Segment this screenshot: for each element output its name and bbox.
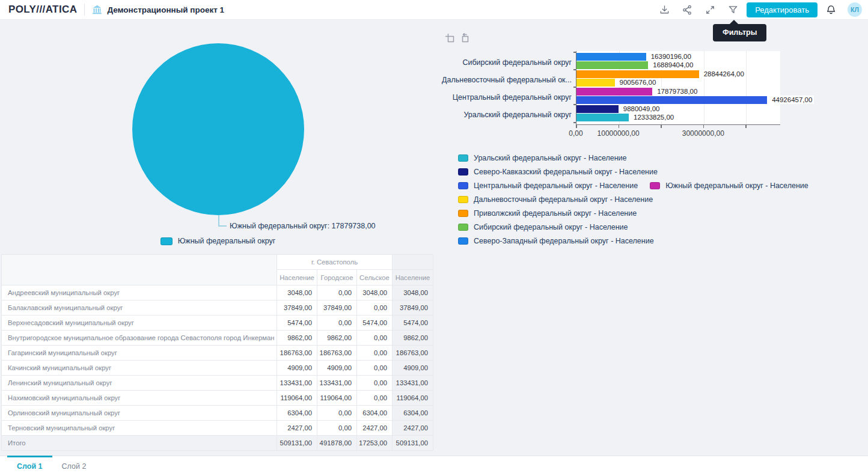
legend-row: Северо-Кавказский федеральный округ - На…: [458, 165, 808, 178]
undo-crop-icon[interactable]: [459, 33, 470, 44]
table-corner-cell: [2, 255, 277, 285]
legend-label: Сибирский федеральный округ - Население: [474, 223, 628, 231]
legend-row: Уральский федеральный округ - Население: [458, 151, 808, 165]
legend-swatch: [458, 182, 468, 189]
download-icon[interactable]: [659, 4, 670, 16]
bar-7[interactable]: [576, 105, 619, 113]
row-name-cell: Гагаринский муниципальный округ: [2, 346, 277, 361]
table-row: Верхнесадовский муниципальный округ5474,…: [2, 316, 433, 331]
y-axis-tick: [573, 122, 576, 123]
value-cell: 509131,00: [277, 436, 317, 451]
table-row: Ленинский муниципальный округ133431,0013…: [2, 376, 433, 391]
value-cell: 0,00: [357, 301, 393, 316]
row-name-cell: Ленинский муниципальный округ: [2, 376, 277, 391]
filters-tooltip: Фильтры: [713, 24, 766, 41]
value-cell: 6304,00: [357, 406, 393, 421]
edit-button[interactable]: Редактировать: [747, 2, 818, 17]
value-cell: 6304,00: [277, 406, 317, 421]
legend-item[interactable]: Центральный федеральный округ - Населени…: [458, 182, 638, 190]
value-cell: 0,00: [317, 285, 357, 301]
polymatica-logo[interactable]: POLY///ATICA: [8, 4, 77, 16]
crop-icon[interactable]: [445, 33, 456, 44]
legend-item[interactable]: Уральский федеральный округ - Население: [458, 154, 627, 162]
tab-layer-1[interactable]: Слой 1: [7, 456, 52, 476]
value-cell: 0,00: [357, 346, 393, 361]
value-cell: 133431,00: [317, 376, 357, 391]
legend-row: Центральный федеральный округ - Населени…: [458, 178, 808, 192]
value-cell: 119064,00: [393, 391, 433, 406]
pie-legend-item[interactable]: Южный федеральный округ: [0, 237, 436, 245]
bar-axis-label: Уральский федеральный округ: [442, 111, 572, 120]
filter-icon[interactable]: [727, 4, 739, 16]
pie-callout-line: [218, 215, 219, 226]
value-cell: 5474,00: [277, 316, 317, 331]
legend-item[interactable]: Дальневосточный федеральный округ - Насе…: [458, 195, 653, 204]
bank-icon: [92, 5, 102, 15]
bar-5[interactable]: [576, 88, 652, 96]
bar-4[interactable]: [576, 79, 615, 87]
y-axis-tick: [573, 69, 576, 70]
table-header-cell: Городское: [317, 270, 357, 285]
legend-item[interactable]: Северо-Кавказский федеральный округ - На…: [458, 168, 658, 176]
legend-item[interactable]: Сибирский федеральный округ - Население: [458, 223, 628, 231]
bar-plot: 16390196,0016889404,0028844264,009005676…: [576, 51, 780, 125]
bar-chart-widget: 16390196,0016889404,0028844264,009005676…: [442, 20, 868, 251]
page-title: Демонстрационный проект 1: [107, 5, 224, 14]
y-axis-tick: [573, 52, 576, 53]
pivot-table: г. Севастополь Население Городское Сельс…: [1, 254, 433, 451]
y-axis-tick: [573, 87, 576, 88]
row-name-cell: Качинский муниципальный округ: [2, 361, 277, 376]
bar-3[interactable]: [576, 70, 699, 78]
legend-item[interactable]: Северо-Западный федеральный округ - Насе…: [458, 237, 654, 245]
value-cell: 0,00: [317, 421, 357, 436]
row-name-cell: Нахимовский муниципальный округ: [2, 391, 277, 406]
value-cell: 0,00: [317, 406, 357, 421]
avatar[interactable]: КЛ: [848, 2, 862, 17]
value-cell: 119064,00: [317, 391, 357, 406]
table-header-cell: Население: [393, 270, 433, 285]
fullscreen-icon[interactable]: [704, 4, 716, 16]
x-axis-tick-label: 10000000,00: [582, 129, 655, 138]
bar-2[interactable]: [576, 61, 648, 69]
value-cell: 9862,00: [277, 331, 317, 346]
legend-label: Южный федеральный округ - Население: [665, 182, 808, 190]
table-row: Качинский муниципальный округ4909,004909…: [2, 361, 433, 376]
pie-callout-line: [218, 225, 227, 227]
value-cell: 4909,00: [277, 361, 317, 376]
legend-swatch: [458, 224, 468, 231]
value-cell: 0,00: [357, 361, 393, 376]
value-cell: 186763,00: [317, 346, 357, 361]
value-cell: 37849,00: [277, 301, 317, 316]
value-cell: 9862,00: [317, 331, 357, 346]
legend-item[interactable]: Приволжский федеральный округ - Населени…: [458, 209, 637, 218]
bar-8[interactable]: [576, 114, 629, 121]
value-cell: 133431,00: [393, 376, 433, 391]
legend-label: Северо-Кавказский федеральный округ - На…: [474, 168, 658, 176]
legend-item[interactable]: Южный федеральный округ - Население: [650, 182, 808, 190]
tab-layer-2[interactable]: Слой 2: [52, 456, 96, 476]
gridline: [746, 51, 747, 124]
bar-6[interactable]: [576, 96, 767, 104]
legend-label: Дальневосточный федеральный округ - Насе…: [474, 195, 653, 204]
topbar-actions: Редактировать КЛ: [647, 2, 862, 17]
bar-value-label: 9005676,00: [618, 78, 658, 87]
value-cell: 5474,00: [393, 316, 433, 331]
value-cell: 119064,00: [277, 391, 317, 406]
pie-chart-widget: Южный федеральный округ: 17879738,00 Южн…: [0, 20, 436, 251]
value-cell: 3048,00: [393, 285, 433, 301]
bar-value-label: 44926457,00: [770, 96, 814, 104]
value-cell: 4909,00: [317, 361, 357, 376]
value-cell: 133431,00: [277, 376, 317, 391]
value-cell: 186763,00: [393, 346, 433, 361]
x-axis-tick: [703, 125, 704, 128]
bar-axis-label: Центральный федеральный округ: [442, 93, 572, 102]
pie-slice[interactable]: [132, 43, 304, 215]
legend-swatch: [458, 237, 468, 245]
bar-1[interactable]: [576, 53, 646, 61]
bell-icon[interactable]: [825, 4, 837, 16]
bar-axis-label: Дальневосточный федеральный ок...: [442, 76, 572, 85]
legend-swatch: [458, 168, 468, 175]
share-icon[interactable]: [682, 4, 693, 16]
value-cell: 37849,00: [393, 301, 433, 316]
table-group-header: г. Севастополь: [277, 255, 393, 270]
